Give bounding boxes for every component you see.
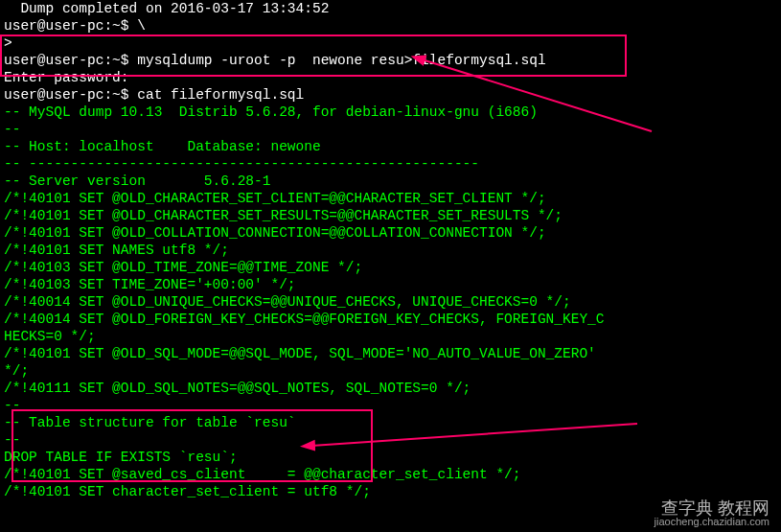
terminal-line: user@user-pc:~$ mysqldump -uroot -p newo… (4, 52, 777, 69)
terminal-line: */; (4, 362, 777, 380)
watermark-brand: 查字典 教程网 (655, 501, 770, 515)
terminal-line: /*!40101 SET NAMES utf8 */; (4, 242, 777, 259)
watermark: 查字典 教程网 jiaocheng.chazidian.com (655, 501, 770, 528)
terminal-line: -- (4, 397, 777, 414)
terminal-line: /*!40014 SET @OLD_UNIQUE_CHECKS=@@UNIQUE… (4, 293, 777, 311)
terminal-line: > (4, 35, 777, 52)
terminal-line: user@user-pc:~$ cat fileformysql.sql (4, 86, 777, 104)
terminal-line: -- (4, 121, 777, 138)
terminal-line: user@user-pc:~$ \ (4, 17, 777, 35)
terminal-line: -- Host: localhost Database: newone (4, 138, 777, 155)
terminal-line: /*!40103 SET @OLD_TIME_ZONE=@@TIME_ZONE … (4, 259, 777, 276)
terminal-line: /*!40111 SET @OLD_SQL_NOTES=@@SQL_NOTES,… (4, 380, 777, 397)
terminal-output[interactable]: Dump completed on 2016-03-17 13:34:52use… (0, 0, 781, 500)
terminal-line: HECKS=0 */; (4, 328, 777, 345)
terminal-line: -- Server version 5.6.28-1 (4, 173, 777, 190)
terminal-line: /*!40101 SET @OLD_SQL_MODE=@@SQL_MODE, S… (4, 345, 777, 362)
terminal-line: -- MySQL dump 10.13 Distrib 5.6.28, for … (4, 104, 777, 121)
terminal-line: /*!40101 SET @saved_cs_client = @@charac… (4, 466, 777, 483)
terminal-line: DROP TABLE IF EXISTS `resu`; (4, 449, 777, 466)
terminal-line: -- Table structure for table `resu` (4, 414, 777, 431)
terminal-line: -- -------------------------------------… (4, 155, 777, 173)
terminal-line: /*!40101 SET @OLD_CHARACTER_SET_CLIENT=@… (4, 190, 777, 207)
terminal-line: /*!40101 SET @OLD_CHARACTER_SET_RESULTS=… (4, 207, 777, 224)
terminal-line: /*!40103 SET TIME_ZONE='+00:00' */; (4, 276, 777, 293)
terminal-line: /*!40014 SET @OLD_FOREIGN_KEY_CHECKS=@@F… (4, 311, 777, 328)
terminal-line: Dump completed on 2016-03-17 13:34:52 (4, 0, 777, 17)
terminal-line: -- (4, 431, 777, 449)
terminal-line: /*!40101 SET @OLD_COLLATION_CONNECTION=@… (4, 224, 777, 242)
watermark-url: jiaocheng.chazidian.com (655, 515, 770, 528)
terminal-line: Enter password: (4, 69, 777, 86)
